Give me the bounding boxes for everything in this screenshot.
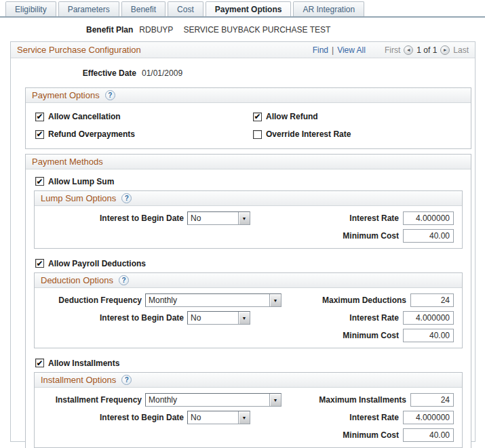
tab-bar: Eligibility Parameters Benefit Cost Paym…	[0, 0, 485, 18]
tab-cost[interactable]: Cost	[168, 1, 203, 16]
installment-frequency-label: Installment Frequency	[43, 395, 142, 405]
installment-frequency-select[interactable]: Monthly ▼	[145, 393, 282, 407]
minimum-cost-label: Minimum Cost	[343, 231, 399, 241]
tab-parameters[interactable]: Parameters	[58, 1, 119, 16]
lump-sum-options-title: Lump Sum Options	[41, 193, 116, 203]
benefit-plan-description: SERVICE BUYBACK PURCHASE TEST	[183, 25, 330, 35]
interest-to-begin-date-select[interactable]: No ▼	[187, 311, 250, 325]
override-interest-rate-checkbox[interactable]	[253, 130, 262, 139]
override-interest-rate-row: Override Interest Rate	[253, 129, 471, 139]
help-icon[interactable]: ?	[105, 90, 115, 100]
payment-options-grid: ✔ Allow Cancellation ✔ Allow Refund ✔ Re…	[26, 103, 471, 148]
payment-methods-header: Payment Methods	[26, 155, 471, 169]
frame-header: Service Purchase Configuration Find | Vi…	[11, 42, 475, 58]
maximum-installments-input[interactable]: 24	[410, 393, 454, 407]
interest-rate-input[interactable]: 4.000000	[403, 211, 454, 225]
minimum-cost-input[interactable]: 40.00	[403, 229, 454, 243]
interest-to-begin-date-select[interactable]: No ▼	[187, 211, 250, 225]
deduction-frequency-select[interactable]: Monthly ▼	[145, 293, 282, 307]
allow-payroll-deductions-label: Allow Payroll Deductions	[48, 259, 146, 268]
allow-refund-checkbox[interactable]: ✔	[253, 113, 262, 121]
interest-to-begin-date-value: No	[188, 312, 238, 324]
allow-installments-label: Allow Installments	[48, 359, 119, 368]
deduction-frequency-label: Deduction Frequency	[43, 296, 142, 305]
tab-payment-options[interactable]: Payment Options	[206, 1, 292, 16]
interest-to-begin-date-label: Interest to Begin Date	[43, 413, 184, 422]
benefit-plan-row: Benefit Plan RDBUYP SERVICE BUYBACK PURC…	[86, 24, 485, 35]
refund-overpayments-row: ✔ Refund Overpayments	[35, 129, 253, 139]
refund-overpayments-checkbox[interactable]: ✔	[35, 130, 44, 139]
row-navigation: First ◄ 1 of 1 ► Last	[385, 45, 469, 55]
dropdown-arrow-icon: ▼	[238, 312, 250, 324]
allow-lump-sum-row: ✔ Allow Lump Sum	[35, 176, 471, 187]
allow-lump-sum-label: Allow Lump Sum	[48, 177, 114, 186]
installment-options-groupbox: Installment Options ? Installment Freque…	[34, 372, 463, 448]
dropdown-arrow-icon: ▼	[269, 294, 281, 306]
view-all-link[interactable]: View All	[337, 45, 366, 55]
find-separator: |	[332, 45, 334, 55]
lump-sum-options-groupbox: Lump Sum Options ? Interest to Begin Dat…	[34, 190, 463, 249]
dropdown-arrow-icon: ▼	[269, 394, 281, 406]
interest-rate-label: Interest Rate	[349, 313, 399, 323]
minimum-cost-input[interactable]: 40.00	[403, 428, 454, 442]
minimum-cost-input[interactable]: 40.00	[403, 329, 454, 342]
interest-rate-label: Interest Rate	[349, 413, 399, 422]
allow-payroll-deductions-checkbox[interactable]: ✔	[35, 259, 44, 268]
next-row-button[interactable]: ►	[440, 45, 450, 55]
payment-options-title: Payment Options	[32, 90, 100, 100]
allow-cancellation-checkbox[interactable]: ✔	[35, 113, 44, 121]
first-link[interactable]: First	[385, 45, 400, 55]
maximum-deductions-label: Maximum Deductions	[322, 296, 406, 305]
effective-date-row: Effective Date 01/01/2009	[11, 67, 475, 79]
interest-rate-label: Interest Rate	[349, 213, 399, 223]
interest-rate-input[interactable]: 4.000000	[403, 311, 454, 325]
benefit-plan-code: RDBUYP	[139, 25, 173, 35]
allow-cancellation-row: ✔ Allow Cancellation	[35, 112, 253, 121]
payment-options-groupbox: Payment Options ? ✔ Allow Cancellation ✔…	[25, 87, 471, 149]
allow-refund-label: Allow Refund	[266, 112, 318, 121]
interest-to-begin-date-label: Interest to Begin Date	[43, 213, 184, 223]
payment-methods-title: Payment Methods	[32, 157, 103, 167]
effective-date-label: Effective Date	[11, 68, 136, 78]
help-icon[interactable]: ?	[119, 275, 129, 285]
allow-cancellation-label: Allow Cancellation	[48, 112, 121, 121]
minimum-cost-label: Minimum Cost	[343, 430, 399, 440]
minimum-cost-label: Minimum Cost	[343, 331, 399, 340]
interest-to-begin-date-value: No	[188, 212, 238, 224]
maximum-installments-label: Maximum Installments	[319, 395, 406, 405]
tab-ar-integration[interactable]: AR Integration	[293, 1, 364, 16]
payment-options-header: Payment Options ?	[26, 88, 471, 103]
payment-methods-groupbox: Payment Methods ✔ Allow Lump Sum Lump Su…	[25, 154, 471, 448]
find-link[interactable]: Find	[313, 45, 328, 55]
dropdown-arrow-icon: ▼	[238, 212, 250, 224]
deduction-frequency-value: Monthly	[146, 294, 269, 306]
allow-installments-row: ✔ Allow Installments	[35, 357, 471, 369]
dropdown-arrow-icon: ▼	[238, 411, 250, 424]
maximum-deductions-input[interactable]: 24	[410, 293, 454, 307]
row-position: 1 of 1	[416, 45, 437, 55]
interest-to-begin-date-select[interactable]: No ▼	[187, 411, 250, 424]
override-interest-rate-label: Override Interest Rate	[266, 129, 351, 139]
last-link[interactable]: Last	[453, 45, 469, 55]
interest-to-begin-date-label: Interest to Begin Date	[43, 313, 184, 323]
allow-payroll-deductions-row: ✔ Allow Payroll Deductions	[35, 258, 471, 269]
tab-eligibility[interactable]: Eligibility	[5, 1, 56, 16]
deduction-options-groupbox: Deduction Options ? Deduction Frequency …	[34, 272, 463, 348]
help-icon[interactable]: ?	[121, 193, 132, 203]
installment-options-title: Installment Options	[41, 375, 116, 385]
deduction-options-title: Deduction Options	[41, 275, 113, 285]
refund-overpayments-label: Refund Overpayments	[48, 129, 135, 139]
tab-benefit[interactable]: Benefit	[121, 1, 166, 16]
allow-installments-checkbox[interactable]: ✔	[35, 359, 44, 367]
help-icon[interactable]: ?	[121, 375, 132, 385]
tab-underline	[0, 16, 485, 18]
effective-date-value: 01/01/2009	[142, 68, 182, 78]
interest-rate-input[interactable]: 4.000000	[403, 411, 454, 424]
find-viewall-bar: Find | View All	[313, 45, 366, 55]
service-purchase-configuration-frame: Service Purchase Configuration Find | Vi…	[10, 41, 476, 442]
previous-row-button[interactable]: ◄	[404, 45, 413, 55]
allow-refund-row: ✔ Allow Refund	[253, 112, 471, 121]
installment-frequency-value: Monthly	[146, 394, 269, 406]
allow-lump-sum-checkbox[interactable]: ✔	[35, 177, 44, 186]
frame-title: Service Purchase Configuration	[17, 45, 141, 55]
